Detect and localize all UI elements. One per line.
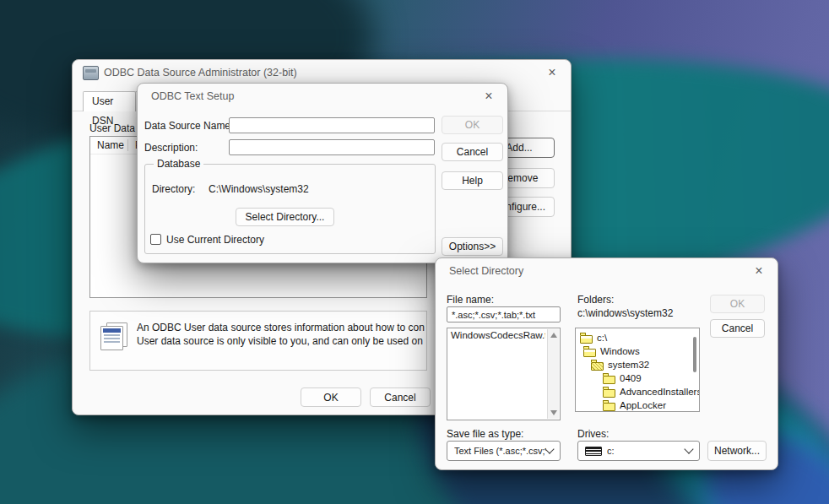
current-folder-icon — [591, 362, 604, 371]
directory-label: Directory: — [152, 183, 195, 195]
chevron-down-icon — [545, 444, 554, 453]
save-type-label: Save file as type: — [447, 428, 523, 440]
scroll-up-icon[interactable] — [550, 333, 557, 338]
close-icon[interactable]: × — [475, 84, 502, 109]
cancel-button[interactable]: Cancel — [442, 143, 503, 161]
button-label: Select Directory... — [246, 211, 325, 223]
file-name-label: File name: — [447, 294, 494, 306]
help-button[interactable]: Help — [442, 171, 503, 190]
closed-folder-icon — [603, 376, 615, 384]
doc-header-bar — [103, 328, 121, 333]
file-list-scrollbar[interactable] — [547, 329, 559, 419]
cancel-button[interactable]: Cancel — [370, 387, 431, 407]
folders-label: Folders: — [577, 294, 614, 306]
info-panel: An ODBC User data source stores informat… — [89, 311, 427, 371]
close-icon[interactable]: × — [539, 60, 566, 85]
select-directory-dialog: Select Directory × File name: WindowsCod… — [435, 257, 778, 470]
save-type-value: Text Files (*.asc;*.csv;*. — [454, 446, 546, 456]
info-text: An ODBC User data source stores informat… — [137, 321, 425, 348]
desktop: ODBC Data Source Administrator (32-bit) … — [0, 0, 829, 504]
database-group-label: Database — [154, 158, 203, 170]
button-label: Help — [462, 175, 483, 187]
button-label: Options>> — [449, 241, 496, 252]
save-type-dropdown[interactable]: Text Files (*.asc;*.csv;*. — [447, 441, 561, 461]
file-list-item[interactable]: WindowsCodecsRaw.txt — [447, 328, 545, 342]
tree-item-system32[interactable]: system32 — [576, 358, 699, 371]
drives-dropdown[interactable]: c: — [577, 441, 700, 461]
button-label: OK — [465, 119, 480, 131]
odbc-text-setup-dialog: ODBC Text Setup × Data Source Name: Desc… — [137, 83, 508, 263]
chevron-down-icon — [684, 444, 693, 453]
ok-button: OK — [442, 116, 503, 134]
cancel-button[interactable]: Cancel — [710, 319, 765, 338]
tree-item-c-drive[interactable]: c:\ — [576, 331, 699, 344]
use-current-directory-label: Use Current Directory — [166, 234, 264, 246]
window-title: ODBC Data Source Administrator (32-bit) — [104, 60, 297, 85]
doc-line — [104, 341, 120, 343]
use-current-directory-checkbox[interactable] — [150, 234, 161, 245]
dialog-title: Select Directory — [449, 258, 523, 284]
tree-item-label: AdvancedInstallers — [620, 387, 699, 397]
closed-folder-icon — [603, 389, 615, 398]
tree-item-label: Windows — [600, 346, 640, 356]
doc-front-sheet — [100, 326, 123, 350]
tree-item-label: system32 — [608, 360, 649, 370]
button-label: Network... — [714, 445, 760, 457]
close-icon[interactable]: × — [745, 258, 772, 284]
doc-line — [104, 338, 120, 339]
ok-button[interactable]: OK — [301, 387, 361, 407]
tree-item-label: AppLocker — [620, 400, 666, 410]
scroll-down-icon[interactable] — [550, 410, 557, 415]
button-label: Cancel — [722, 322, 753, 334]
network-button[interactable]: Network... — [707, 441, 767, 461]
dsn-input[interactable] — [229, 117, 435, 133]
column-header-name[interactable]: Name — [90, 139, 128, 151]
tree-item-label: 0409 — [620, 373, 642, 383]
tree-item-advancedinstallers[interactable]: AdvancedInstallers — [576, 385, 699, 398]
tree-item-label: c:\ — [597, 333, 607, 343]
button-label: OK — [730, 298, 745, 310]
button-label: Cancel — [384, 392, 415, 404]
odbc-text-file-icon — [100, 322, 129, 351]
folder-tree[interactable]: c:\ Windows system32 0409 AdvancedInstal… — [575, 328, 700, 412]
drive-icon — [585, 447, 602, 456]
tab-label: User DSN — [92, 95, 113, 127]
ok-button: OK — [710, 295, 765, 313]
file-list[interactable]: WindowsCodecsRaw.txt — [447, 328, 561, 420]
closed-folder-icon — [603, 403, 615, 411]
button-label: Add... — [506, 142, 532, 154]
tab-user-dsn[interactable]: User DSN — [83, 91, 136, 111]
file-name-input[interactable] — [447, 306, 561, 322]
tree-item-applocker[interactable]: AppLocker — [576, 398, 699, 412]
drives-label: Drives: — [577, 428, 609, 440]
open-folder-icon — [580, 335, 593, 344]
description-label: Description: — [144, 142, 198, 154]
database-group: Database Directory: C:\Windows\system32 … — [144, 164, 436, 254]
button-label: OK — [323, 392, 338, 404]
dialog-title: ODBC Text Setup — [151, 84, 234, 109]
info-text-line2: User data source is only visible to you,… — [137, 334, 425, 348]
dsn-label: Data Source Name: — [144, 120, 233, 132]
odbc-app-icon — [83, 66, 99, 80]
select-directory-button[interactable]: Select Directory... — [236, 208, 334, 226]
tree-scrollbar-thumb[interactable] — [693, 337, 696, 372]
doc-line — [104, 334, 120, 336]
info-text-line1: An ODBC User data source stores informat… — [137, 321, 425, 334]
options-button[interactable]: Options>> — [442, 237, 503, 256]
open-folder-icon — [583, 349, 596, 357]
tree-item-windows[interactable]: Windows — [576, 344, 699, 358]
description-input[interactable] — [229, 139, 435, 155]
directory-value: C:\Windows\system32 — [209, 183, 309, 195]
current-path: c:\windows\system32 — [577, 307, 673, 319]
button-label: Cancel — [457, 146, 488, 158]
tree-item-0409[interactable]: 0409 — [576, 371, 699, 385]
drive-value: c: — [607, 446, 685, 456]
